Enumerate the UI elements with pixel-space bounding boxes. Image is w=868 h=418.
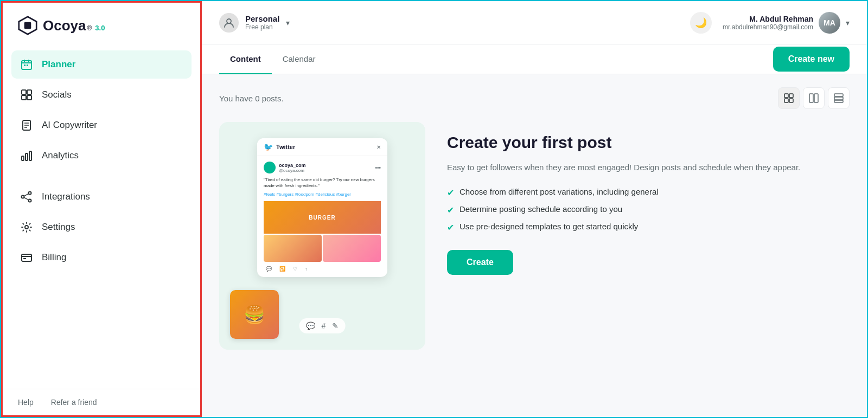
- svg-point-24: [25, 226, 28, 229]
- header-right: 🌙 M. Abdul Rehman mr.abdulrehman90@gmail…: [690, 12, 850, 34]
- post-preview-area: 🐦 Twitter ✕ ocoya_com @o: [219, 122, 425, 374]
- svg-rect-27: [23, 258, 26, 259]
- twitter-handle: ocoya_com: [279, 163, 306, 168]
- svg-rect-34: [814, 94, 818, 102]
- bar-chart-icon: [20, 149, 33, 162]
- check-icon-3: ✔: [447, 222, 454, 233]
- post-action-hashtag-icon[interactable]: #: [322, 321, 326, 330]
- tab-content[interactable]: Content: [219, 44, 272, 74]
- feature-label-1: Choose from different post variations, i…: [459, 187, 659, 196]
- workspace-avatar: [219, 13, 239, 33]
- burger-main-image: BURGER: [264, 201, 381, 234]
- dark-mode-button[interactable]: 🌙: [690, 12, 712, 34]
- svg-rect-25: [22, 254, 31, 261]
- column-view-toggle[interactable]: [803, 87, 825, 109]
- refer-friend-link[interactable]: Refer a friend: [51, 398, 97, 407]
- twitter-share-icon: ↑: [305, 266, 308, 272]
- svg-rect-29: [784, 94, 788, 98]
- sidebar-item-settings[interactable]: Settings: [11, 213, 192, 241]
- sidebar-item-ai-copywriter[interactable]: AI Copywriter: [11, 111, 192, 139]
- logo-version: 3.0: [95, 24, 105, 32]
- svg-point-28: [227, 19, 231, 23]
- post-action-edit-icon[interactable]: ✎: [332, 321, 339, 330]
- twitter-mock: 🐦 Twitter ✕ ocoya_com @o: [257, 138, 387, 277]
- sidebar-item-label-billing: Billing: [42, 252, 66, 263]
- check-icon-2: ✔: [447, 205, 454, 215]
- workspace-name: Personal: [245, 14, 279, 23]
- twitter-sub: @ocoya.com: [279, 168, 306, 173]
- user-avatar: MA: [819, 12, 840, 34]
- posts-count: You have 0 posts.: [219, 94, 284, 103]
- svg-rect-8: [22, 90, 26, 94]
- logo-icon: [18, 16, 37, 35]
- help-link[interactable]: Help: [18, 398, 34, 407]
- svg-line-22: [24, 194, 28, 196]
- user-details: M. Abdul Rehman mr.abdulrehman90@gmail.c…: [723, 15, 813, 31]
- workspace-selector[interactable]: Personal Free plan ▾: [219, 13, 290, 33]
- twitter-hashtags: #feels #burgers #foodporn #delicious #bu…: [264, 192, 381, 197]
- grid-view-toggle[interactable]: [778, 87, 800, 109]
- create-button[interactable]: Create: [447, 250, 513, 275]
- twitter-retweet-icon: 🔁: [279, 266, 285, 272]
- feature-item-3: ✔ Use pre-designed templates to get star…: [447, 222, 850, 233]
- check-icon-1: ✔: [447, 188, 454, 198]
- sidebar-item-socials[interactable]: Socials: [11, 81, 192, 109]
- feature-item-1: ✔ Choose from different post variations,…: [447, 187, 850, 198]
- sidebar-footer: Help Refer a friend: [3, 389, 200, 415]
- user-info[interactable]: M. Abdul Rehman mr.abdulrehman90@gmail.c…: [723, 12, 850, 34]
- header: Personal Free plan ▾ 🌙 M. Abdul Rehman m…: [202, 1, 867, 44]
- sidebar-item-planner[interactable]: Planner: [11, 50, 192, 79]
- workspace-info: Personal Free plan: [245, 14, 279, 31]
- twitter-post: ocoya_com @ocoya.com ••• "Tired of eatin…: [257, 156, 387, 277]
- svg-rect-37: [834, 100, 843, 102]
- svg-rect-17: [25, 153, 28, 160]
- feature-label-2: Determine posting schedule according to …: [459, 204, 622, 214]
- burger-images: BURGER: [264, 201, 381, 262]
- features-list: ✔ Choose from different post variations,…: [447, 187, 850, 233]
- workspace-plan: Free plan: [245, 23, 279, 31]
- logo-text: Ocoya® 3.0: [43, 17, 105, 34]
- twitter-close-icon: ✕: [376, 144, 381, 150]
- user-name: M. Abdul Rehman: [723, 15, 813, 23]
- svg-point-19: [29, 192, 31, 195]
- sidebar-item-label-socials: Socials: [42, 89, 72, 100]
- sidebar-item-billing[interactable]: Billing: [11, 243, 192, 272]
- twitter-account: ocoya_com @ocoya.com •••: [264, 162, 381, 173]
- burger-side-image-1: [264, 235, 322, 262]
- burger-emoji: 🍔: [244, 304, 265, 325]
- billing-icon: [20, 251, 33, 264]
- list-view-toggle[interactable]: [828, 87, 850, 109]
- svg-rect-31: [784, 99, 788, 102]
- sidebar-item-integrations[interactable]: Integrations: [11, 183, 192, 211]
- content-body: You have 0 posts.: [202, 74, 867, 417]
- twitter-text: "Tired of eating the same old burger? Tr…: [264, 177, 381, 189]
- small-preview-image: 🍔: [230, 290, 279, 339]
- sidebar-item-analytics[interactable]: Analytics: [11, 142, 192, 170]
- user-email: mr.abdulrehman90@gmail.com: [723, 23, 813, 31]
- svg-rect-16: [22, 156, 24, 160]
- post-action-comment-icon[interactable]: 💬: [306, 321, 315, 330]
- svg-rect-9: [27, 90, 31, 94]
- main-area: Personal Free plan ▾ 🌙 M. Abdul Rehman m…: [202, 1, 867, 417]
- sidebar-item-label-ai-copywriter: AI Copywriter: [42, 120, 97, 131]
- sidebar: Ocoya® 3.0 Planner: [1, 1, 202, 417]
- twitter-icon: 🐦: [264, 143, 273, 151]
- tab-calendar[interactable]: Calendar: [272, 44, 327, 74]
- sidebar-item-label-settings: Settings: [42, 222, 75, 233]
- sidebar-item-label-integrations: Integrations: [42, 191, 90, 202]
- twitter-label: Twitter: [276, 144, 295, 150]
- sidebar-item-label-analytics: Analytics: [42, 150, 79, 161]
- grid-icon: [20, 88, 33, 101]
- document-icon: [20, 119, 33, 132]
- twitter-like-icon: ♡: [293, 266, 297, 272]
- svg-rect-1: [24, 22, 31, 29]
- svg-rect-7: [27, 65, 28, 66]
- create-new-button[interactable]: Create new: [773, 47, 850, 72]
- svg-point-21: [29, 200, 31, 202]
- svg-rect-32: [789, 99, 793, 102]
- post-actions-bar: 💬 # ✎: [299, 318, 346, 333]
- top-bar: You have 0 posts.: [219, 87, 850, 109]
- svg-rect-35: [834, 94, 843, 97]
- create-post-title: Create your first post: [447, 133, 850, 152]
- workspace-chevron-icon: ▾: [286, 18, 290, 27]
